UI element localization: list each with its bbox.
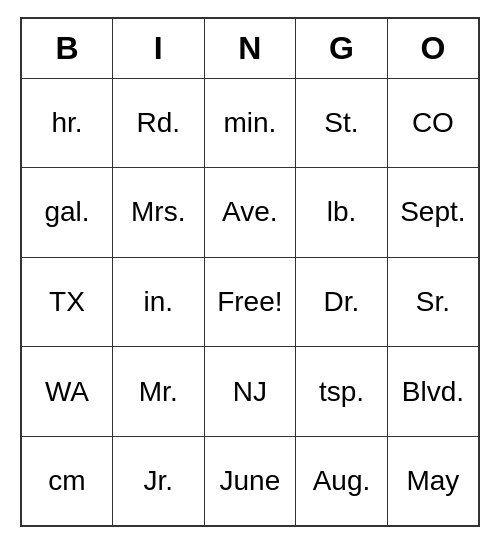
- cell-r0-c4: CO: [387, 78, 479, 168]
- cell-r4-c0: cm: [21, 436, 112, 526]
- header-cell-n: N: [204, 18, 296, 78]
- cell-r3-c3: tsp.: [296, 347, 388, 437]
- cell-r2-c2: Free!: [204, 257, 296, 347]
- cell-r3-c1: Mr.: [112, 347, 204, 437]
- cell-r3-c4: Blvd.: [387, 347, 479, 437]
- cell-r4-c2: June: [204, 436, 296, 526]
- cell-r0-c3: St.: [296, 78, 388, 168]
- table-row: TXin.Free!Dr.Sr.: [21, 257, 479, 347]
- cell-r3-c2: NJ: [204, 347, 296, 437]
- cell-r1-c3: lb.: [296, 168, 388, 258]
- cell-r0-c2: min.: [204, 78, 296, 168]
- header-row: BINGO: [21, 18, 479, 78]
- cell-r2-c0: TX: [21, 257, 112, 347]
- table-row: WAMr.NJtsp.Blvd.: [21, 347, 479, 437]
- cell-r4-c4: May: [387, 436, 479, 526]
- cell-r3-c0: WA: [21, 347, 112, 437]
- cell-r2-c3: Dr.: [296, 257, 388, 347]
- table-row: gal.Mrs.Ave.lb.Sept.: [21, 168, 479, 258]
- cell-r0-c1: Rd.: [112, 78, 204, 168]
- header-cell-g: G: [296, 18, 388, 78]
- cell-r1-c4: Sept.: [387, 168, 479, 258]
- cell-r4-c1: Jr.: [112, 436, 204, 526]
- cell-r4-c3: Aug.: [296, 436, 388, 526]
- cell-r1-c0: gal.: [21, 168, 112, 258]
- header-cell-o: O: [387, 18, 479, 78]
- cell-r2-c1: in.: [112, 257, 204, 347]
- table-row: cmJr.JuneAug.May: [21, 436, 479, 526]
- cell-r2-c4: Sr.: [387, 257, 479, 347]
- header-cell-b: B: [21, 18, 112, 78]
- bingo-card: BINGO hr.Rd.min.St.COgal.Mrs.Ave.lb.Sept…: [20, 17, 480, 527]
- cell-r1-c2: Ave.: [204, 168, 296, 258]
- table-row: hr.Rd.min.St.CO: [21, 78, 479, 168]
- cell-r1-c1: Mrs.: [112, 168, 204, 258]
- header-cell-i: I: [112, 18, 204, 78]
- cell-r0-c0: hr.: [21, 78, 112, 168]
